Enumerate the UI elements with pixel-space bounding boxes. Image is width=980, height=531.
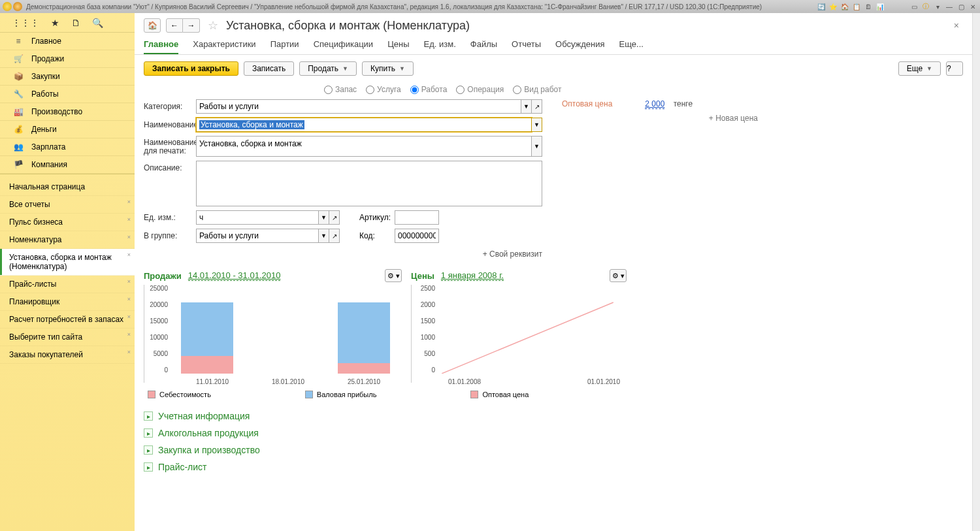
radio-input[interactable]: [324, 86, 333, 94]
unit-dropdown-icon[interactable]: ▼: [319, 210, 329, 225]
sidebar-sub-item[interactable]: Номенклатура×: [0, 231, 135, 249]
home-button[interactable]: 🏠: [144, 18, 161, 33]
close-tab-icon[interactable]: ×: [127, 314, 131, 320]
wholesale-price-value[interactable]: 2 000: [645, 99, 664, 109]
sidebar-sub-item[interactable]: Прайс-листы×: [0, 276, 135, 293]
close-tab-icon[interactable]: ×: [127, 331, 131, 338]
tab[interactable]: Цены: [387, 39, 409, 54]
radio-input[interactable]: [410, 86, 419, 94]
tab[interactable]: Еще...: [619, 39, 644, 54]
expander-item[interactable]: ▸Алкогольная продукция: [144, 425, 963, 442]
group-input[interactable]: [196, 229, 319, 243]
unit-open-icon[interactable]: ↗: [329, 210, 340, 225]
sidebar-main-item[interactable]: 📦Закупки: [0, 68, 135, 86]
tb-icon-4[interactable]: 📋: [852, 2, 861, 11]
tab[interactable]: Обсуждения: [555, 39, 605, 54]
minimize-icon[interactable]: —: [945, 2, 954, 11]
tab[interactable]: Файлы: [470, 39, 497, 54]
close-tab-icon[interactable]: ×: [127, 199, 131, 205]
favorite-icon[interactable]: ★: [51, 18, 59, 28]
category-dropdown-icon[interactable]: ▼: [521, 99, 532, 114]
expander-item[interactable]: ▸Закупка и производство: [144, 442, 963, 459]
clipboard-icon[interactable]: 🗋: [71, 18, 80, 28]
name-input[interactable]: Установка, сборка и монтаж: [196, 118, 532, 132]
tb-icon-1[interactable]: 🔄: [817, 2, 826, 11]
group-dropdown-icon[interactable]: ▼: [319, 229, 329, 243]
type-radio[interactable]: Услуга: [366, 85, 401, 94]
favorite-toggle-icon[interactable]: ☆: [208, 18, 218, 33]
article-input[interactable]: [395, 210, 439, 225]
more-button[interactable]: Еще▼: [898, 61, 941, 76]
category-input[interactable]: [196, 99, 521, 114]
sales-chart-settings[interactable]: ⚙▾: [385, 269, 402, 282]
search-icon[interactable]: 🔍: [92, 18, 103, 28]
category-open-icon[interactable]: ↗: [532, 99, 542, 114]
tab[interactable]: Главное: [144, 39, 178, 54]
sidebar-main-item[interactable]: 🔧Работы: [0, 86, 135, 103]
type-radio[interactable]: Запас: [324, 85, 357, 94]
radio-input[interactable]: [366, 86, 374, 94]
apps-icon[interactable]: ⋮⋮⋮: [12, 18, 39, 28]
type-radio[interactable]: Работа: [410, 85, 448, 94]
close-window-icon[interactable]: ✕: [968, 2, 977, 11]
tb-window-icon[interactable]: ▭: [909, 2, 919, 11]
radio-input[interactable]: [456, 86, 465, 94]
sidebar-sub-item[interactable]: Заказы покупателей×: [0, 346, 135, 364]
tab[interactable]: Отчеты: [512, 39, 541, 54]
close-tab-icon[interactable]: ×: [127, 216, 131, 223]
type-radio[interactable]: Вид работ: [513, 85, 561, 94]
expander-item[interactable]: ▸Учетная информация: [144, 408, 963, 425]
print-name-dropdown-icon[interactable]: ▼: [532, 136, 542, 157]
tb-icon-6[interactable]: 📊: [875, 2, 885, 11]
radio-input[interactable]: [513, 86, 521, 94]
sidebar-sub-item[interactable]: Все отчеты×: [0, 196, 135, 214]
prices-chart-settings[interactable]: ⚙▾: [610, 269, 627, 282]
type-radio[interactable]: Операция: [456, 85, 504, 94]
sidebar-main-item[interactable]: 👥Зарплата: [0, 138, 135, 156]
sidebar-main-item[interactable]: 🏭Производство: [0, 103, 135, 121]
sidebar-sub-item[interactable]: Начальная страница: [0, 178, 135, 196]
sidebar-main-item[interactable]: 🛒Продажи: [0, 50, 135, 68]
add-requisite-link[interactable]: + Свой реквизит: [144, 247, 542, 261]
close-tab-icon[interactable]: ×: [127, 278, 131, 285]
name-dropdown-icon[interactable]: ▼: [532, 118, 542, 132]
group-open-icon[interactable]: ↗: [329, 229, 340, 243]
help-button[interactable]: ?: [946, 61, 963, 76]
tb-icon-3[interactable]: 🏠: [840, 2, 849, 11]
prices-chart-period[interactable]: 1 января 2008 г.: [441, 270, 504, 281]
code-input[interactable]: [395, 229, 439, 243]
app-menu-icon[interactable]: [13, 2, 22, 11]
maximize-icon[interactable]: ▢: [956, 2, 966, 11]
description-input[interactable]: [196, 161, 542, 206]
new-price-link[interactable]: + Новая цена: [709, 114, 758, 123]
tb-icon-2[interactable]: ⭐: [828, 2, 838, 11]
sidebar-main-item[interactable]: ≡Главное: [0, 33, 135, 50]
vertical-scrollbar[interactable]: [972, 13, 980, 531]
sidebar-main-item[interactable]: 🏴Компания: [0, 156, 135, 174]
unit-input[interactable]: [196, 210, 319, 225]
tab[interactable]: Характеристики: [193, 39, 255, 54]
close-page-icon[interactable]: ×: [954, 20, 963, 31]
tb-icon-5[interactable]: 🗓: [864, 2, 873, 11]
sales-chart-period[interactable]: 14.01.2010 - 31.01.2010: [188, 270, 281, 281]
save-button[interactable]: Записать: [244, 61, 294, 76]
close-tab-icon[interactable]: ×: [127, 251, 131, 258]
sell-button[interactable]: Продать▼: [299, 61, 357, 76]
sidebar-sub-item[interactable]: Планировщик×: [0, 293, 135, 311]
forward-button[interactable]: →: [183, 18, 200, 33]
tb-caret-icon[interactable]: ▾: [933, 2, 942, 11]
print-name-input[interactable]: Установка, сборка и монтаж: [196, 136, 532, 157]
tab[interactable]: Партии: [270, 39, 299, 54]
close-tab-icon[interactable]: ×: [127, 296, 131, 302]
sidebar-sub-item[interactable]: Расчет потребностей в запасах×: [0, 311, 135, 329]
tab[interactable]: Ед. изм.: [424, 39, 456, 54]
sidebar-sub-item[interactable]: Установка, сборка и монтаж (Номенклатура…: [0, 249, 135, 276]
tb-info-icon[interactable]: ⓘ: [921, 2, 930, 11]
tab[interactable]: Спецификации: [314, 39, 374, 54]
back-button[interactable]: ←: [166, 18, 183, 33]
close-tab-icon[interactable]: ×: [127, 234, 131, 240]
close-tab-icon[interactable]: ×: [127, 349, 131, 355]
save-close-button[interactable]: Записать и закрыть: [144, 61, 238, 76]
buy-button[interactable]: Купить▼: [362, 61, 414, 76]
sidebar-sub-item[interactable]: Пульс бизнеса×: [0, 214, 135, 231]
